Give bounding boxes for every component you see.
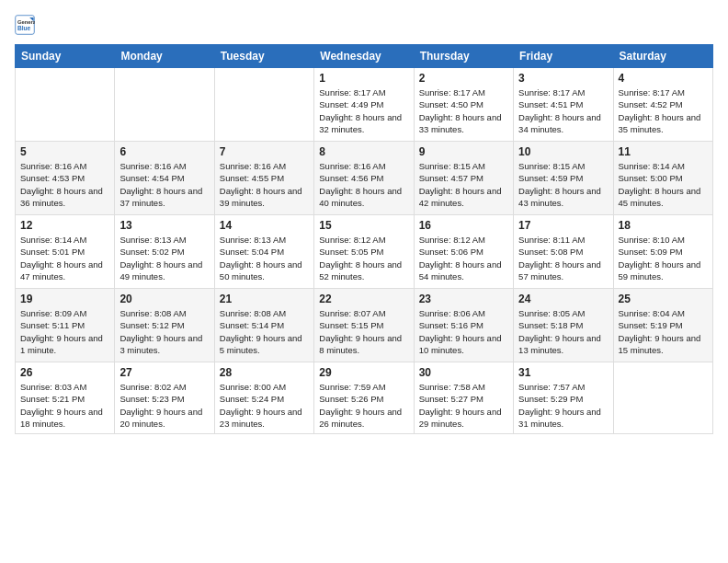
day-info: Sunrise: 8:14 AM Sunset: 5:01 PM Dayligh… <box>20 235 103 282</box>
day-info: Sunrise: 8:14 AM Sunset: 5:00 PM Dayligh… <box>619 161 701 208</box>
day-number: 15 <box>319 219 408 232</box>
day-info: Sunrise: 8:04 AM Sunset: 5:19 PM Dayligh… <box>619 308 701 355</box>
calendar-cell: 18Sunrise: 8:10 AM Sunset: 5:09 PM Dayli… <box>613 215 712 289</box>
calendar-cell: 28Sunrise: 8:00 AM Sunset: 5:24 PM Dayli… <box>214 362 313 434</box>
day-info: Sunrise: 8:05 AM Sunset: 5:18 PM Dayligh… <box>518 308 601 355</box>
calendar-cell: 16Sunrise: 8:12 AM Sunset: 5:06 PM Dayli… <box>414 215 513 289</box>
calendar-day-header: Monday <box>115 45 214 68</box>
calendar-cell: 14Sunrise: 8:13 AM Sunset: 5:04 PM Dayli… <box>214 215 313 289</box>
calendar-cell: 27Sunrise: 8:02 AM Sunset: 5:23 PM Dayli… <box>115 362 214 434</box>
day-info: Sunrise: 7:59 AM Sunset: 5:26 PM Dayligh… <box>319 382 402 429</box>
day-info: Sunrise: 8:16 AM Sunset: 4:53 PM Dayligh… <box>20 161 103 208</box>
day-number: 24 <box>518 293 608 305</box>
day-number: 16 <box>419 219 508 232</box>
day-info: Sunrise: 8:12 AM Sunset: 5:05 PM Dayligh… <box>319 235 402 282</box>
day-info: Sunrise: 8:16 AM Sunset: 4:56 PM Dayligh… <box>319 161 402 208</box>
calendar-cell: 10Sunrise: 8:15 AM Sunset: 4:59 PM Dayli… <box>514 142 613 215</box>
day-info: Sunrise: 8:17 AM Sunset: 4:49 PM Dayligh… <box>319 87 402 134</box>
day-number: 8 <box>319 145 408 158</box>
day-info: Sunrise: 8:07 AM Sunset: 5:15 PM Dayligh… <box>319 308 402 355</box>
calendar-cell: 30Sunrise: 7:58 AM Sunset: 5:27 PM Dayli… <box>414 362 513 434</box>
day-info: Sunrise: 8:12 AM Sunset: 5:06 PM Dayligh… <box>419 235 502 282</box>
calendar-cell: 25Sunrise: 8:04 AM Sunset: 5:19 PM Dayli… <box>613 289 712 362</box>
day-info: Sunrise: 8:08 AM Sunset: 5:14 PM Dayligh… <box>220 308 302 355</box>
calendar-cell: 21Sunrise: 8:08 AM Sunset: 5:14 PM Dayli… <box>214 289 313 362</box>
calendar-cell: 11Sunrise: 8:14 AM Sunset: 5:00 PM Dayli… <box>613 142 712 215</box>
svg-text:Blue: Blue <box>17 25 31 31</box>
calendar-cell: 23Sunrise: 8:06 AM Sunset: 5:16 PM Dayli… <box>414 289 513 362</box>
day-number: 17 <box>518 219 608 232</box>
day-info: Sunrise: 8:11 AM Sunset: 5:08 PM Dayligh… <box>518 235 601 282</box>
day-info: Sunrise: 8:16 AM Sunset: 4:55 PM Dayligh… <box>220 161 302 208</box>
day-info: Sunrise: 8:13 AM Sunset: 5:02 PM Dayligh… <box>119 235 202 282</box>
day-number: 28 <box>220 366 309 379</box>
day-info: Sunrise: 8:17 AM Sunset: 4:50 PM Dayligh… <box>419 87 502 134</box>
calendar-cell <box>613 362 712 434</box>
day-number: 31 <box>518 366 608 379</box>
calendar-table: SundayMondayTuesdayWednesdayThursdayFrid… <box>15 44 713 434</box>
day-number: 26 <box>20 366 109 379</box>
day-info: Sunrise: 8:00 AM Sunset: 5:24 PM Dayligh… <box>220 382 302 429</box>
calendar-cell: 15Sunrise: 8:12 AM Sunset: 5:05 PM Dayli… <box>314 215 414 289</box>
calendar-cell: 13Sunrise: 8:13 AM Sunset: 5:02 PM Dayli… <box>115 215 214 289</box>
day-info: Sunrise: 8:17 AM Sunset: 4:52 PM Dayligh… <box>619 87 701 134</box>
calendar-cell: 2Sunrise: 8:17 AM Sunset: 4:50 PM Daylig… <box>414 68 513 142</box>
calendar-day-header: Thursday <box>414 45 513 68</box>
day-number: 18 <box>619 219 708 232</box>
day-number: 13 <box>119 219 209 232</box>
day-info: Sunrise: 8:02 AM Sunset: 5:23 PM Dayligh… <box>119 382 202 429</box>
day-info: Sunrise: 8:08 AM Sunset: 5:12 PM Dayligh… <box>119 308 202 355</box>
calendar-cell: 12Sunrise: 8:14 AM Sunset: 5:01 PM Dayli… <box>16 215 115 289</box>
calendar-cell: 29Sunrise: 7:59 AM Sunset: 5:26 PM Dayli… <box>314 362 414 434</box>
day-info: Sunrise: 8:16 AM Sunset: 4:54 PM Dayligh… <box>119 161 202 208</box>
day-number: 27 <box>119 366 209 379</box>
day-number: 5 <box>20 145 109 158</box>
day-number: 20 <box>119 293 209 305</box>
day-number: 3 <box>518 72 608 85</box>
calendar-cell: 17Sunrise: 8:11 AM Sunset: 5:08 PM Dayli… <box>514 215 613 289</box>
day-number: 1 <box>319 72 408 85</box>
calendar-day-header: Saturday <box>613 45 712 68</box>
calendar-day-header: Tuesday <box>214 45 313 68</box>
day-info: Sunrise: 8:06 AM Sunset: 5:16 PM Dayligh… <box>419 308 502 355</box>
day-number: 12 <box>20 219 109 232</box>
logo: General Blue <box>15 15 39 35</box>
day-info: Sunrise: 7:57 AM Sunset: 5:29 PM Dayligh… <box>518 382 601 429</box>
logo-icon: General Blue <box>15 15 35 35</box>
calendar-cell: 7Sunrise: 8:16 AM Sunset: 4:55 PM Daylig… <box>214 142 313 215</box>
calendar-day-header: Wednesday <box>314 45 414 68</box>
day-number: 14 <box>220 219 309 232</box>
day-number: 23 <box>419 293 508 305</box>
calendar-cell: 22Sunrise: 8:07 AM Sunset: 5:15 PM Dayli… <box>314 289 414 362</box>
calendar-cell: 26Sunrise: 8:03 AM Sunset: 5:21 PM Dayli… <box>16 362 115 434</box>
calendar-cell: 8Sunrise: 8:16 AM Sunset: 4:56 PM Daylig… <box>314 142 414 215</box>
calendar-cell: 20Sunrise: 8:08 AM Sunset: 5:12 PM Dayli… <box>115 289 214 362</box>
day-number: 21 <box>220 293 309 305</box>
calendar-cell: 3Sunrise: 8:17 AM Sunset: 4:51 PM Daylig… <box>514 68 613 142</box>
calendar-day-header: Friday <box>514 45 613 68</box>
day-number: 25 <box>619 293 708 305</box>
day-info: Sunrise: 8:10 AM Sunset: 5:09 PM Dayligh… <box>619 235 701 282</box>
calendar-cell <box>214 68 313 142</box>
calendar-cell <box>115 68 214 142</box>
day-info: Sunrise: 8:15 AM Sunset: 4:57 PM Dayligh… <box>419 161 502 208</box>
day-info: Sunrise: 8:15 AM Sunset: 4:59 PM Dayligh… <box>518 161 601 208</box>
day-number: 4 <box>619 72 708 85</box>
day-info: Sunrise: 8:13 AM Sunset: 5:04 PM Dayligh… <box>220 235 302 282</box>
day-number: 30 <box>419 366 508 379</box>
day-number: 29 <box>319 366 408 379</box>
day-number: 7 <box>220 145 309 158</box>
calendar-cell <box>16 68 115 142</box>
day-info: Sunrise: 8:09 AM Sunset: 5:11 PM Dayligh… <box>20 308 103 355</box>
calendar-cell: 6Sunrise: 8:16 AM Sunset: 4:54 PM Daylig… <box>115 142 214 215</box>
calendar-header-row: SundayMondayTuesdayWednesdayThursdayFrid… <box>16 45 713 68</box>
calendar-cell: 19Sunrise: 8:09 AM Sunset: 5:11 PM Dayli… <box>16 289 115 362</box>
calendar-cell: 5Sunrise: 8:16 AM Sunset: 4:53 PM Daylig… <box>16 142 115 215</box>
page-header: General Blue <box>15 15 713 35</box>
calendar-cell: 4Sunrise: 8:17 AM Sunset: 4:52 PM Daylig… <box>613 68 712 142</box>
calendar-day-header: Sunday <box>16 45 115 68</box>
day-number: 19 <box>20 293 109 305</box>
day-number: 11 <box>619 145 708 158</box>
calendar-cell: 24Sunrise: 8:05 AM Sunset: 5:18 PM Dayli… <box>514 289 613 362</box>
calendar-cell: 1Sunrise: 8:17 AM Sunset: 4:49 PM Daylig… <box>314 68 414 142</box>
